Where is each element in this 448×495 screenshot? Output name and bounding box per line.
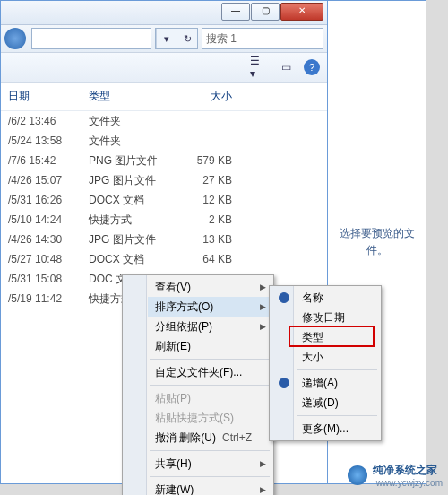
- table-row[interactable]: /5/10 14:24快捷方式2 KB: [8, 210, 327, 230]
- sort-more[interactable]: 更多(M)...: [295, 419, 379, 439]
- view-options-icon[interactable]: ☰ ▾: [250, 58, 268, 76]
- table-row[interactable]: /5/27 10:48DOCX 文档64 KB: [8, 249, 327, 269]
- menu-new[interactable]: 新建(W): [148, 480, 271, 495]
- cell-date: /5/24 13:58: [8, 135, 89, 147]
- cell-date: /5/31 15:08: [8, 273, 89, 285]
- refresh-icon[interactable]: ↻: [177, 29, 197, 48]
- sort-name[interactable]: 名称: [295, 288, 379, 308]
- cell-type: JPG 图片文件: [89, 173, 169, 188]
- cell-size: 579 KB: [169, 154, 259, 167]
- nav-back-button[interactable]: [4, 28, 26, 49]
- column-size[interactable]: 大小: [169, 86, 259, 107]
- menu-paste: 粘贴(P): [148, 388, 271, 408]
- radio-icon: [279, 378, 289, 388]
- minimize-button[interactable]: —: [221, 3, 250, 21]
- cell-size: 13 KB: [169, 233, 259, 246]
- cell-size: 2 KB: [169, 213, 259, 226]
- menu-sort[interactable]: 排序方式(O): [148, 297, 271, 317]
- search-input[interactable]: 搜索 1: [202, 28, 323, 49]
- table-row[interactable]: /4/26 15:07JPG 图片文件27 KB: [8, 170, 327, 190]
- cell-type: 文件夹: [89, 114, 169, 129]
- cell-type: PNG 图片文件: [89, 153, 169, 169]
- table-row[interactable]: /7/6 15:42PNG 图片文件579 KB: [8, 151, 327, 170]
- menu-group[interactable]: 分组依据(P): [148, 317, 271, 336]
- column-date[interactable]: 日期: [8, 86, 89, 107]
- menu-customize-folder[interactable]: 自定义文件夹(F)...: [148, 362, 271, 382]
- cell-date: /5/19 11:42: [8, 292, 89, 305]
- cell-type: 快捷方式: [89, 213, 169, 228]
- sort-descending[interactable]: 递减(D): [295, 393, 379, 412]
- sort-type[interactable]: 类型: [295, 327, 379, 347]
- menu-undo-delete-shortcut: Ctrl+Z: [222, 428, 252, 447]
- cell-size: 64 KB: [169, 253, 259, 265]
- cell-date: /4/26 14:30: [8, 233, 89, 246]
- sort-date-modified[interactable]: 修改日期: [295, 308, 379, 327]
- cell-type: JPG 图片文件: [89, 232, 169, 248]
- watermark: 纯净系统之家 www.ycwjzy.com: [348, 463, 443, 488]
- cell-date: /5/27 10:48: [8, 253, 89, 265]
- maximize-button[interactable]: ▢: [251, 3, 280, 21]
- sort-submenu: 名称 修改日期 类型 大小 递增(A) 递减(D) 更多(M)...: [269, 285, 382, 441]
- cell-date: /7/6 15:42: [8, 154, 89, 167]
- watermark-url: www.ycwjzy.com: [376, 478, 443, 488]
- menu-undo-delete[interactable]: 撤消 删除(U) Ctrl+Z: [148, 428, 271, 447]
- cell-date: /6/2 13:46: [8, 115, 89, 127]
- menu-undo-delete-label: 撤消 删除(U): [155, 431, 216, 444]
- sort-size[interactable]: 大小: [295, 347, 379, 367]
- help-icon[interactable]: ?: [304, 59, 320, 75]
- cell-type: DOCX 文档: [89, 193, 169, 208]
- toolbar: ☰ ▾ ▭ ?: [1, 53, 327, 82]
- table-row[interactable]: /4/26 14:30JPG 图片文件13 KB: [8, 230, 327, 249]
- cell-date: /5/31 16:26: [8, 194, 89, 206]
- address-input[interactable]: [31, 28, 151, 49]
- sort-ascending[interactable]: 递增(A): [295, 373, 379, 393]
- radio-icon: [279, 292, 289, 303]
- cell-size: 27 KB: [169, 174, 259, 187]
- preview-pane-icon[interactable]: ▭: [277, 58, 295, 76]
- address-dropdown-icon[interactable]: ▾: [156, 29, 177, 48]
- watermark-title: 纯净系统之家: [373, 463, 443, 478]
- table-row[interactable]: /6/2 13:46文件夹: [8, 111, 327, 131]
- table-row[interactable]: /5/31 16:26DOCX 文档12 KB: [8, 190, 327, 210]
- preview-pane-text: 选择要预览的文件。: [335, 225, 418, 259]
- close-button[interactable]: ✕: [280, 3, 323, 21]
- cell-date: /4/26 15:07: [8, 174, 89, 187]
- column-type[interactable]: 类型: [89, 86, 169, 107]
- cell-type: DOCX 文档: [89, 252, 169, 267]
- table-row[interactable]: /5/24 13:58文件夹: [8, 131, 327, 151]
- menu-share[interactable]: 共享(H): [148, 454, 271, 473]
- menu-refresh[interactable]: 刷新(E): [148, 336, 271, 356]
- cell-type: 文件夹: [89, 134, 169, 149]
- menu-paste-shortcut: 粘贴快捷方式(S): [148, 408, 271, 428]
- address-bar: ▾ ↻ 搜索 1: [1, 25, 327, 53]
- cell-size: 12 KB: [169, 194, 259, 206]
- column-headers: 日期 类型 大小: [1, 82, 327, 111]
- menu-view[interactable]: 查看(V): [148, 277, 271, 297]
- context-menu: 查看(V) 排序方式(O) 分组依据(P) 刷新(E) 自定义文件夹(F)...…: [122, 274, 274, 495]
- cell-date: /5/10 14:24: [8, 213, 89, 226]
- watermark-logo-icon: [348, 465, 367, 485]
- window-titlebar[interactable]: — ▢ ✕: [1, 1, 327, 25]
